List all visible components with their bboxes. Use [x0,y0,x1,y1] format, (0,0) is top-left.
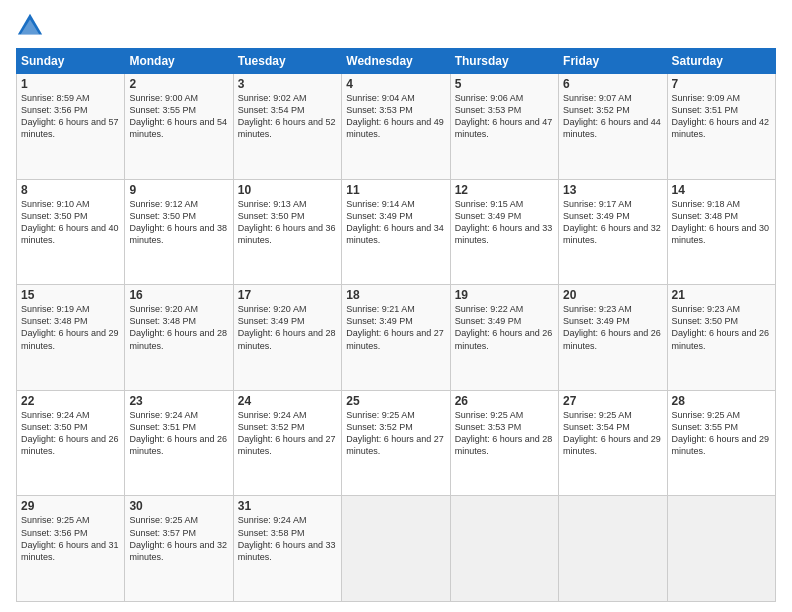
calendar-cell: 4Sunrise: 9:04 AMSunset: 3:53 PMDaylight… [342,74,450,180]
day-number: 14 [672,183,771,197]
calendar-cell: 30Sunrise: 9:25 AMSunset: 3:57 PMDayligh… [125,496,233,602]
day-number: 6 [563,77,662,91]
calendar-cell: 9Sunrise: 9:12 AMSunset: 3:50 PMDaylight… [125,179,233,285]
day-number: 24 [238,394,337,408]
day-number: 25 [346,394,445,408]
weekday-header-friday: Friday [559,49,667,74]
day-number: 10 [238,183,337,197]
day-info: Sunrise: 9:00 AMSunset: 3:55 PMDaylight:… [129,92,228,141]
day-info: Sunrise: 9:09 AMSunset: 3:51 PMDaylight:… [672,92,771,141]
day-info: Sunrise: 9:25 AMSunset: 3:57 PMDaylight:… [129,514,228,563]
day-info: Sunrise: 9:25 AMSunset: 3:52 PMDaylight:… [346,409,445,458]
day-info: Sunrise: 9:10 AMSunset: 3:50 PMDaylight:… [21,198,120,247]
day-number: 13 [563,183,662,197]
calendar-cell: 27Sunrise: 9:25 AMSunset: 3:54 PMDayligh… [559,390,667,496]
day-info: Sunrise: 9:25 AMSunset: 3:54 PMDaylight:… [563,409,662,458]
calendar-cell: 16Sunrise: 9:20 AMSunset: 3:48 PMDayligh… [125,285,233,391]
week-row-5: 29Sunrise: 9:25 AMSunset: 3:56 PMDayligh… [17,496,776,602]
day-number: 23 [129,394,228,408]
calendar-cell: 7Sunrise: 9:09 AMSunset: 3:51 PMDaylight… [667,74,775,180]
day-info: Sunrise: 9:06 AMSunset: 3:53 PMDaylight:… [455,92,554,141]
day-info: Sunrise: 9:24 AMSunset: 3:52 PMDaylight:… [238,409,337,458]
calendar-cell: 29Sunrise: 9:25 AMSunset: 3:56 PMDayligh… [17,496,125,602]
calendar-cell: 8Sunrise: 9:10 AMSunset: 3:50 PMDaylight… [17,179,125,285]
calendar-cell [559,496,667,602]
page: SundayMondayTuesdayWednesdayThursdayFrid… [0,0,792,612]
day-info: Sunrise: 9:15 AMSunset: 3:49 PMDaylight:… [455,198,554,247]
calendar-cell: 25Sunrise: 9:25 AMSunset: 3:52 PMDayligh… [342,390,450,496]
day-info: Sunrise: 9:25 AMSunset: 3:56 PMDaylight:… [21,514,120,563]
day-number: 18 [346,288,445,302]
calendar-cell: 28Sunrise: 9:25 AMSunset: 3:55 PMDayligh… [667,390,775,496]
weekday-header-wednesday: Wednesday [342,49,450,74]
calendar-cell: 2Sunrise: 9:00 AMSunset: 3:55 PMDaylight… [125,74,233,180]
day-number: 12 [455,183,554,197]
calendar-cell: 14Sunrise: 9:18 AMSunset: 3:48 PMDayligh… [667,179,775,285]
day-info: Sunrise: 9:12 AMSunset: 3:50 PMDaylight:… [129,198,228,247]
calendar-cell: 15Sunrise: 9:19 AMSunset: 3:48 PMDayligh… [17,285,125,391]
calendar-cell: 6Sunrise: 9:07 AMSunset: 3:52 PMDaylight… [559,74,667,180]
day-info: Sunrise: 9:23 AMSunset: 3:49 PMDaylight:… [563,303,662,352]
day-number: 16 [129,288,228,302]
calendar-cell [667,496,775,602]
day-info: Sunrise: 9:24 AMSunset: 3:51 PMDaylight:… [129,409,228,458]
calendar-cell [342,496,450,602]
day-number: 22 [21,394,120,408]
calendar-cell: 10Sunrise: 9:13 AMSunset: 3:50 PMDayligh… [233,179,341,285]
day-number: 8 [21,183,120,197]
day-info: Sunrise: 9:17 AMSunset: 3:49 PMDaylight:… [563,198,662,247]
calendar-cell: 20Sunrise: 9:23 AMSunset: 3:49 PMDayligh… [559,285,667,391]
day-info: Sunrise: 9:23 AMSunset: 3:50 PMDaylight:… [672,303,771,352]
header [16,12,776,40]
day-number: 9 [129,183,228,197]
day-number: 15 [21,288,120,302]
day-number: 2 [129,77,228,91]
day-number: 11 [346,183,445,197]
day-info: Sunrise: 9:02 AMSunset: 3:54 PMDaylight:… [238,92,337,141]
day-info: Sunrise: 9:24 AMSunset: 3:50 PMDaylight:… [21,409,120,458]
day-number: 26 [455,394,554,408]
day-info: Sunrise: 9:18 AMSunset: 3:48 PMDaylight:… [672,198,771,247]
calendar-cell: 17Sunrise: 9:20 AMSunset: 3:49 PMDayligh… [233,285,341,391]
day-info: Sunrise: 9:22 AMSunset: 3:49 PMDaylight:… [455,303,554,352]
day-info: Sunrise: 9:24 AMSunset: 3:58 PMDaylight:… [238,514,337,563]
week-row-2: 8Sunrise: 9:10 AMSunset: 3:50 PMDaylight… [17,179,776,285]
day-number: 21 [672,288,771,302]
weekday-header-tuesday: Tuesday [233,49,341,74]
weekday-header-saturday: Saturday [667,49,775,74]
calendar-cell: 22Sunrise: 9:24 AMSunset: 3:50 PMDayligh… [17,390,125,496]
weekday-header-thursday: Thursday [450,49,558,74]
calendar-cell [450,496,558,602]
calendar-cell: 1Sunrise: 8:59 AMSunset: 3:56 PMDaylight… [17,74,125,180]
calendar-cell: 3Sunrise: 9:02 AMSunset: 3:54 PMDaylight… [233,74,341,180]
week-row-4: 22Sunrise: 9:24 AMSunset: 3:50 PMDayligh… [17,390,776,496]
logo-icon [16,12,44,40]
week-row-1: 1Sunrise: 8:59 AMSunset: 3:56 PMDaylight… [17,74,776,180]
calendar-cell: 23Sunrise: 9:24 AMSunset: 3:51 PMDayligh… [125,390,233,496]
day-number: 27 [563,394,662,408]
day-number: 28 [672,394,771,408]
day-number: 29 [21,499,120,513]
day-info: Sunrise: 9:04 AMSunset: 3:53 PMDaylight:… [346,92,445,141]
day-number: 7 [672,77,771,91]
calendar-cell: 11Sunrise: 9:14 AMSunset: 3:49 PMDayligh… [342,179,450,285]
day-number: 1 [21,77,120,91]
day-info: Sunrise: 9:13 AMSunset: 3:50 PMDaylight:… [238,198,337,247]
day-info: Sunrise: 9:07 AMSunset: 3:52 PMDaylight:… [563,92,662,141]
calendar-cell: 5Sunrise: 9:06 AMSunset: 3:53 PMDaylight… [450,74,558,180]
day-number: 3 [238,77,337,91]
calendar-cell: 18Sunrise: 9:21 AMSunset: 3:49 PMDayligh… [342,285,450,391]
day-info: Sunrise: 9:20 AMSunset: 3:48 PMDaylight:… [129,303,228,352]
calendar-table: SundayMondayTuesdayWednesdayThursdayFrid… [16,48,776,602]
day-number: 19 [455,288,554,302]
calendar-cell: 13Sunrise: 9:17 AMSunset: 3:49 PMDayligh… [559,179,667,285]
day-info: Sunrise: 8:59 AMSunset: 3:56 PMDaylight:… [21,92,120,141]
weekday-header-row: SundayMondayTuesdayWednesdayThursdayFrid… [17,49,776,74]
day-info: Sunrise: 9:25 AMSunset: 3:55 PMDaylight:… [672,409,771,458]
day-number: 4 [346,77,445,91]
day-number: 5 [455,77,554,91]
calendar-cell: 19Sunrise: 9:22 AMSunset: 3:49 PMDayligh… [450,285,558,391]
day-info: Sunrise: 9:20 AMSunset: 3:49 PMDaylight:… [238,303,337,352]
calendar-cell: 26Sunrise: 9:25 AMSunset: 3:53 PMDayligh… [450,390,558,496]
week-row-3: 15Sunrise: 9:19 AMSunset: 3:48 PMDayligh… [17,285,776,391]
